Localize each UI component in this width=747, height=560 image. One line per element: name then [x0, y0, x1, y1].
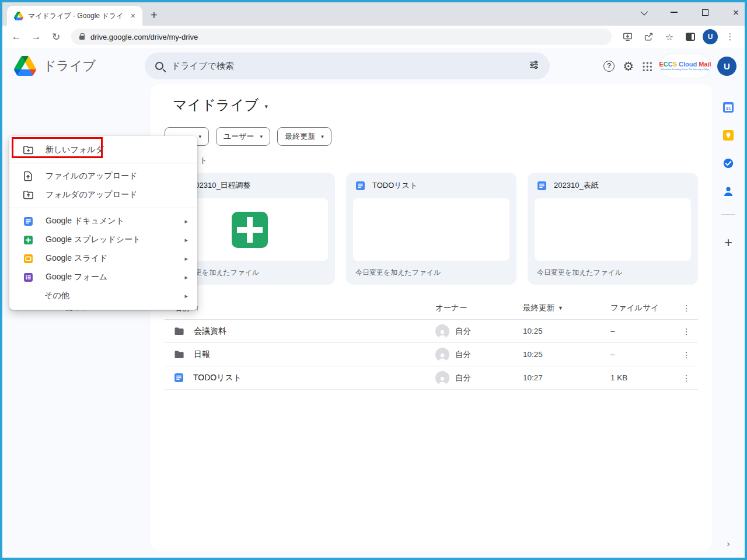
column-options-icon[interactable]: ⋮: [675, 303, 698, 313]
col-size[interactable]: ファイルサイ: [610, 303, 659, 312]
submenu-arrow-icon: ▸: [184, 236, 188, 244]
tab-title: マイドライブ - Google ドライブ: [28, 11, 124, 21]
drive-app: ドライブ ドライブで検索 ? ⚙ ECCSCloudMail Informati…: [2, 48, 745, 558]
card-reason: 今日変更を加えたファイル: [528, 261, 698, 285]
table-row[interactable]: 日報 自分 10:25 – ⋮: [165, 343, 698, 366]
slides-icon: [23, 254, 33, 264]
menu-item-google-docs[interactable]: Google ドキュメント ▸: [9, 212, 197, 230]
menu-divider: [9, 163, 197, 163]
menu-item-google-slides[interactable]: Google スライド ▸: [9, 249, 197, 268]
google-apps-grid-icon[interactable]: [642, 61, 652, 71]
docs-icon: [355, 181, 365, 191]
tab-close-icon[interactable]: ×: [128, 11, 138, 20]
menu-item-google-sheets[interactable]: Google スプレッドシート ▸: [9, 230, 197, 249]
menu-item-google-forms[interactable]: Google フォーム ▸: [9, 268, 197, 286]
tab-search-icon[interactable]: [641, 8, 648, 15]
lock-icon[interactable]: [79, 36, 85, 40]
window-controls: ×: [641, 2, 739, 22]
submenu-arrow-icon: ▸: [184, 292, 188, 300]
title-caret-icon: ▾: [264, 103, 268, 110]
keep-icon[interactable]: [722, 130, 734, 141]
maximize-button[interactable]: [702, 9, 708, 16]
filter-chip-people[interactable]: ユーザー ▾: [216, 127, 270, 146]
card-reason: 今日変更を加えたファイル: [346, 261, 516, 285]
search-icon[interactable]: [155, 62, 163, 70]
contacts-icon[interactable]: [722, 186, 734, 197]
help-icon[interactable]: ?: [603, 61, 615, 72]
menu-item-more[interactable]: その他 ▸: [9, 286, 197, 305]
file-upload-icon: [23, 171, 33, 181]
col-owner[interactable]: オーナー: [435, 303, 467, 313]
search-options-icon[interactable]: [529, 60, 539, 72]
settings-gear-icon[interactable]: ⚙: [623, 60, 634, 72]
filter-chips: ▾ ユーザー ▾ 最終更新 ▾: [165, 127, 698, 146]
drive-favicon-icon: [14, 12, 23, 20]
eccs-cloud-mail-badge[interactable]: ECCSCloudMail Information Technology Cen…: [660, 54, 710, 78]
minimize-button[interactable]: [671, 12, 678, 13]
tab-strip: マイドライブ - Google ドライブ × + ×: [2, 2, 745, 26]
file-table: 名前 ↑ オーナー 最終更新 ▼ ファイルサイ ⋮: [165, 296, 698, 390]
menu-item-new-folder[interactable]: 新しいフォルダ: [9, 141, 197, 159]
drive-brand[interactable]: ドライブ: [2, 56, 145, 76]
get-addons-icon[interactable]: +: [724, 235, 732, 251]
header-actions: ? ⚙ ECCSCloudMail Information Technology…: [603, 54, 745, 78]
suggested-section-label: ト: [165, 155, 698, 166]
file-thumbnail: [353, 198, 509, 261]
main-content: マイドライブ ▾ ▾ ユーザー ▾ 最終更新 ▾ ト: [151, 84, 712, 551]
forward-button[interactable]: →: [28, 29, 44, 45]
drive-search-bar[interactable]: ドライブで検索: [145, 52, 550, 79]
forms-icon: [23, 272, 33, 282]
col-modified[interactable]: 最終更新: [523, 303, 554, 313]
folder-upload-icon: [23, 190, 34, 200]
close-window-button[interactable]: ×: [733, 8, 739, 18]
file-card[interactable]: 202310_表紙 今日変更を加えたファイル: [528, 173, 698, 285]
save-page-icon[interactable]: [619, 29, 636, 45]
address-bar[interactable]: drive.google.com/drive/my-drive: [71, 29, 612, 45]
tasks-icon[interactable]: [722, 158, 734, 169]
sort-descending-icon: ▼: [558, 305, 563, 311]
drive-header: ドライブ ドライブで検索 ? ⚙ ECCSCloudMail Informati…: [2, 48, 745, 84]
browser-tab[interactable]: マイドライブ - Google ドライブ ×: [7, 6, 142, 26]
menu-item-folder-upload[interactable]: フォルダのアップロード: [9, 186, 197, 204]
suggested-cards: 202310_日程調整 今日変更を加えたファイル TODOリスト 今日変更を加え…: [165, 173, 698, 285]
docs-icon: [23, 216, 33, 226]
sheets-logo-icon: [232, 212, 268, 248]
row-options-icon[interactable]: ⋮: [675, 327, 698, 336]
account-avatar[interactable]: U: [717, 57, 736, 76]
filter-chip-modified[interactable]: 最終更新 ▾: [277, 127, 331, 146]
owner-avatar-icon: [435, 324, 449, 338]
eccs-subtext: Information Technology Center, The Unive…: [661, 68, 709, 70]
menu-item-file-upload[interactable]: ファイルのアップロード: [9, 167, 197, 186]
chevron-down-icon: ▾: [260, 134, 263, 139]
file-thumbnail: [535, 198, 691, 261]
submenu-arrow-icon: ▸: [184, 218, 188, 225]
calendar-day-label: 31: [726, 106, 731, 111]
row-options-icon[interactable]: ⋮: [675, 350, 698, 359]
reload-button[interactable]: ↻: [48, 29, 64, 45]
search-placeholder: ドライブで検索: [172, 61, 234, 72]
new-menu: 新しいフォルダ ファイルのアップロード フォルダのアップロード Google ド…: [9, 136, 197, 310]
file-card[interactable]: TODOリスト 今日変更を加えたファイル: [346, 173, 516, 285]
new-tab-button[interactable]: +: [151, 9, 158, 22]
owner-avatar-icon: [435, 371, 449, 385]
menu-divider: [9, 208, 197, 208]
browser-profile-avatar[interactable]: U: [703, 29, 718, 44]
share-icon[interactable]: [640, 29, 657, 45]
owner-avatar-icon: [435, 348, 449, 362]
sheets-icon: [23, 235, 33, 245]
show-side-panel-icon[interactable]: ›: [727, 538, 730, 548]
row-options-icon[interactable]: ⋮: [675, 373, 698, 383]
folder-icon: [174, 350, 184, 359]
page-title[interactable]: マイドライブ ▾: [165, 96, 698, 114]
browser-menu-icon[interactable]: ⋮: [721, 29, 739, 45]
companion-rail: 31 + ›: [712, 84, 745, 558]
url-text: drive.google.com/drive/my-drive: [90, 33, 198, 41]
table-row[interactable]: 会議資料 自分 10:25 – ⋮: [165, 320, 698, 343]
bookmark-star-icon[interactable]: ☆: [661, 29, 678, 45]
back-button[interactable]: ←: [8, 29, 25, 45]
calendar-icon[interactable]: 31: [722, 102, 734, 113]
table-row[interactable]: TODOリスト 自分 10:27 1 KB ⋮: [165, 366, 698, 390]
app-name: ドライブ: [43, 57, 96, 75]
eccs-logo: ECCSCloudMail: [659, 61, 711, 68]
side-panel-icon[interactable]: [682, 29, 699, 45]
